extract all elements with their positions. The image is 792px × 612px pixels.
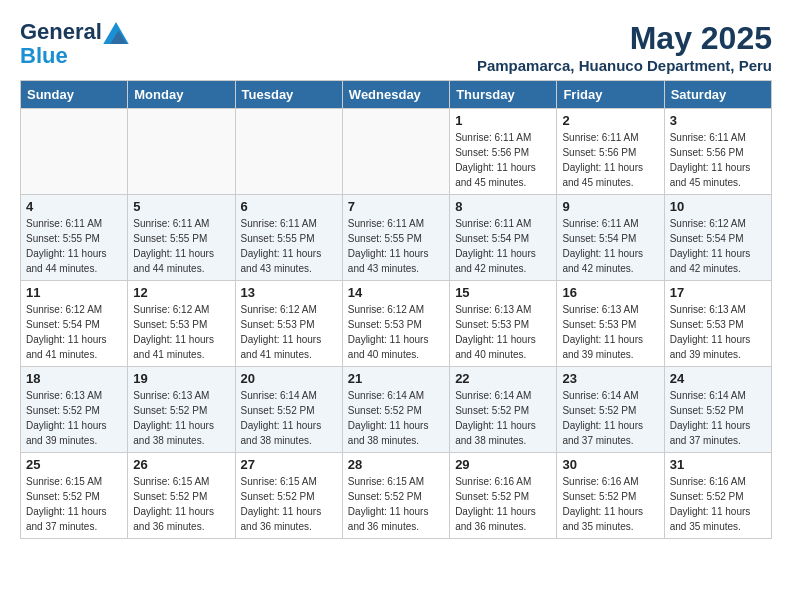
calendar-cell: 9Sunrise: 6:11 AM Sunset: 5:54 PM Daylig… — [557, 195, 664, 281]
calendar-cell: 15Sunrise: 6:13 AM Sunset: 5:53 PM Dayli… — [450, 281, 557, 367]
day-info: Sunrise: 6:11 AM Sunset: 5:54 PM Dayligh… — [455, 216, 551, 276]
calendar-cell: 23Sunrise: 6:14 AM Sunset: 5:52 PM Dayli… — [557, 367, 664, 453]
day-info: Sunrise: 6:11 AM Sunset: 5:56 PM Dayligh… — [455, 130, 551, 190]
calendar-cell: 5Sunrise: 6:11 AM Sunset: 5:55 PM Daylig… — [128, 195, 235, 281]
day-number: 21 — [348, 371, 444, 386]
day-info: Sunrise: 6:14 AM Sunset: 5:52 PM Dayligh… — [241, 388, 337, 448]
day-number: 15 — [455, 285, 551, 300]
calendar-cell: 6Sunrise: 6:11 AM Sunset: 5:55 PM Daylig… — [235, 195, 342, 281]
day-number: 17 — [670, 285, 766, 300]
day-number: 23 — [562, 371, 658, 386]
calendar-week-3: 11Sunrise: 6:12 AM Sunset: 5:54 PM Dayli… — [21, 281, 772, 367]
day-number: 18 — [26, 371, 122, 386]
header-sunday: Sunday — [21, 81, 128, 109]
logo-line2: Blue — [20, 44, 129, 68]
calendar-cell: 11Sunrise: 6:12 AM Sunset: 5:54 PM Dayli… — [21, 281, 128, 367]
day-info: Sunrise: 6:15 AM Sunset: 5:52 PM Dayligh… — [241, 474, 337, 534]
calendar-header-row: SundayMondayTuesdayWednesdayThursdayFrid… — [21, 81, 772, 109]
calendar-cell: 13Sunrise: 6:12 AM Sunset: 5:53 PM Dayli… — [235, 281, 342, 367]
calendar-cell — [128, 109, 235, 195]
day-info: Sunrise: 6:13 AM Sunset: 5:52 PM Dayligh… — [26, 388, 122, 448]
day-number: 2 — [562, 113, 658, 128]
day-info: Sunrise: 6:12 AM Sunset: 5:53 PM Dayligh… — [133, 302, 229, 362]
logo-icon — [103, 22, 129, 44]
day-number: 28 — [348, 457, 444, 472]
day-info: Sunrise: 6:11 AM Sunset: 5:56 PM Dayligh… — [562, 130, 658, 190]
day-number: 16 — [562, 285, 658, 300]
day-info: Sunrise: 6:14 AM Sunset: 5:52 PM Dayligh… — [562, 388, 658, 448]
day-number: 10 — [670, 199, 766, 214]
calendar-cell: 27Sunrise: 6:15 AM Sunset: 5:52 PM Dayli… — [235, 453, 342, 539]
calendar-cell: 19Sunrise: 6:13 AM Sunset: 5:52 PM Dayli… — [128, 367, 235, 453]
day-info: Sunrise: 6:14 AM Sunset: 5:52 PM Dayligh… — [348, 388, 444, 448]
day-number: 13 — [241, 285, 337, 300]
calendar-cell: 29Sunrise: 6:16 AM Sunset: 5:52 PM Dayli… — [450, 453, 557, 539]
logo: General Blue — [20, 20, 129, 68]
calendar-cell: 3Sunrise: 6:11 AM Sunset: 5:56 PM Daylig… — [664, 109, 771, 195]
calendar-week-4: 18Sunrise: 6:13 AM Sunset: 5:52 PM Dayli… — [21, 367, 772, 453]
day-info: Sunrise: 6:12 AM Sunset: 5:53 PM Dayligh… — [348, 302, 444, 362]
day-info: Sunrise: 6:11 AM Sunset: 5:55 PM Dayligh… — [348, 216, 444, 276]
header-friday: Friday — [557, 81, 664, 109]
header-wednesday: Wednesday — [342, 81, 449, 109]
calendar-cell: 14Sunrise: 6:12 AM Sunset: 5:53 PM Dayli… — [342, 281, 449, 367]
header-thursday: Thursday — [450, 81, 557, 109]
day-info: Sunrise: 6:15 AM Sunset: 5:52 PM Dayligh… — [133, 474, 229, 534]
calendar-cell: 22Sunrise: 6:14 AM Sunset: 5:52 PM Dayli… — [450, 367, 557, 453]
month-title: May 2025 — [477, 20, 772, 57]
calendar-cell: 30Sunrise: 6:16 AM Sunset: 5:52 PM Dayli… — [557, 453, 664, 539]
calendar-table: SundayMondayTuesdayWednesdayThursdayFrid… — [20, 80, 772, 539]
day-number: 7 — [348, 199, 444, 214]
title-block: May 2025 Pampamarca, Huanuco Department,… — [477, 20, 772, 74]
calendar-cell — [342, 109, 449, 195]
day-info: Sunrise: 6:11 AM Sunset: 5:55 PM Dayligh… — [241, 216, 337, 276]
calendar-cell: 12Sunrise: 6:12 AM Sunset: 5:53 PM Dayli… — [128, 281, 235, 367]
day-info: Sunrise: 6:11 AM Sunset: 5:55 PM Dayligh… — [26, 216, 122, 276]
calendar-cell: 2Sunrise: 6:11 AM Sunset: 5:56 PM Daylig… — [557, 109, 664, 195]
day-info: Sunrise: 6:12 AM Sunset: 5:54 PM Dayligh… — [26, 302, 122, 362]
day-info: Sunrise: 6:13 AM Sunset: 5:52 PM Dayligh… — [133, 388, 229, 448]
day-number: 5 — [133, 199, 229, 214]
day-number: 4 — [26, 199, 122, 214]
day-info: Sunrise: 6:11 AM Sunset: 5:54 PM Dayligh… — [562, 216, 658, 276]
calendar-cell: 26Sunrise: 6:15 AM Sunset: 5:52 PM Dayli… — [128, 453, 235, 539]
day-number: 19 — [133, 371, 229, 386]
day-info: Sunrise: 6:13 AM Sunset: 5:53 PM Dayligh… — [455, 302, 551, 362]
day-number: 31 — [670, 457, 766, 472]
page-header: General Blue May 2025 Pampamarca, Huanuc… — [20, 20, 772, 74]
calendar-cell: 25Sunrise: 6:15 AM Sunset: 5:52 PM Dayli… — [21, 453, 128, 539]
day-number: 11 — [26, 285, 122, 300]
day-number: 14 — [348, 285, 444, 300]
calendar-cell: 24Sunrise: 6:14 AM Sunset: 5:52 PM Dayli… — [664, 367, 771, 453]
day-number: 29 — [455, 457, 551, 472]
day-info: Sunrise: 6:15 AM Sunset: 5:52 PM Dayligh… — [26, 474, 122, 534]
day-number: 30 — [562, 457, 658, 472]
header-saturday: Saturday — [664, 81, 771, 109]
day-number: 1 — [455, 113, 551, 128]
day-number: 20 — [241, 371, 337, 386]
calendar-cell — [235, 109, 342, 195]
day-info: Sunrise: 6:11 AM Sunset: 5:55 PM Dayligh… — [133, 216, 229, 276]
calendar-cell: 21Sunrise: 6:14 AM Sunset: 5:52 PM Dayli… — [342, 367, 449, 453]
calendar-week-1: 1Sunrise: 6:11 AM Sunset: 5:56 PM Daylig… — [21, 109, 772, 195]
header-tuesday: Tuesday — [235, 81, 342, 109]
header-monday: Monday — [128, 81, 235, 109]
calendar-cell: 31Sunrise: 6:16 AM Sunset: 5:52 PM Dayli… — [664, 453, 771, 539]
day-number: 25 — [26, 457, 122, 472]
day-number: 6 — [241, 199, 337, 214]
day-info: Sunrise: 6:14 AM Sunset: 5:52 PM Dayligh… — [670, 388, 766, 448]
calendar-cell: 28Sunrise: 6:15 AM Sunset: 5:52 PM Dayli… — [342, 453, 449, 539]
calendar-cell: 1Sunrise: 6:11 AM Sunset: 5:56 PM Daylig… — [450, 109, 557, 195]
day-number: 24 — [670, 371, 766, 386]
day-info: Sunrise: 6:15 AM Sunset: 5:52 PM Dayligh… — [348, 474, 444, 534]
day-info: Sunrise: 6:16 AM Sunset: 5:52 PM Dayligh… — [670, 474, 766, 534]
day-number: 12 — [133, 285, 229, 300]
calendar-cell: 4Sunrise: 6:11 AM Sunset: 5:55 PM Daylig… — [21, 195, 128, 281]
day-info: Sunrise: 6:13 AM Sunset: 5:53 PM Dayligh… — [562, 302, 658, 362]
day-info: Sunrise: 6:12 AM Sunset: 5:53 PM Dayligh… — [241, 302, 337, 362]
calendar-cell: 8Sunrise: 6:11 AM Sunset: 5:54 PM Daylig… — [450, 195, 557, 281]
calendar-cell: 10Sunrise: 6:12 AM Sunset: 5:54 PM Dayli… — [664, 195, 771, 281]
logo-text: General — [20, 20, 129, 44]
day-number: 9 — [562, 199, 658, 214]
day-number: 22 — [455, 371, 551, 386]
